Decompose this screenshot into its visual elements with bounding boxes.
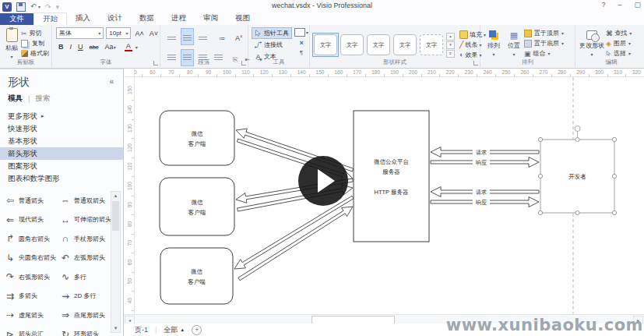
client3-shape[interactable] [160, 248, 233, 304]
shape-item-圆角右箭头[interactable]: ↱圆角右箭头 [0, 233, 55, 244]
shape-style-preview-2[interactable]: 文字 [339, 33, 365, 57]
change-shape-button[interactable]: 更改形状▾ [578, 27, 606, 58]
sidebar-section-图案形状[interactable]: 图案形状 [0, 160, 123, 172]
underline-button[interactable]: U [76, 43, 85, 51]
text-block-tool-button[interactable]: ¶ [300, 49, 303, 56]
sidebar-section-基本形状[interactable]: 基本形状 [0, 135, 123, 147]
minimize-button[interactable]: – [618, 1, 621, 9]
shape-item-尖圆角右箭头[interactable]: ↳尖圆角右箭头 [0, 253, 55, 263]
bold-button[interactable]: B [57, 43, 65, 51]
node-client2[interactable]: 微信客户端 [160, 178, 234, 235]
selection-handle-6[interactable] [575, 210, 579, 214]
layers-button[interactable]: ◈图层▾ [606, 38, 632, 48]
grow-font-button[interactable]: A˄ [133, 30, 145, 37]
shape-item-环形箭头[interactable]: ↻环形箭头 [55, 329, 111, 336]
video-play-button[interactable] [298, 156, 348, 206]
sidebar-section-快速形状[interactable]: 快速形状 [0, 122, 123, 135]
shape-item-可伸缩的箭头[interactable]: ↔可伸缩的箭头 [55, 214, 111, 225]
sidebar-section-图表和数学图形[interactable]: 图表和数学图形 [0, 172, 123, 185]
selection-handle-7[interactable] [612, 210, 616, 214]
shape-item-燕尾形箭头[interactable]: ⇒燕尾形箭头 [55, 309, 111, 320]
node-client3[interactable]: 微信客户端 [160, 248, 233, 304]
cut-button[interactable]: ✂剪切 [21, 28, 49, 38]
selection-handle-1[interactable] [575, 137, 579, 141]
selection-handle-3[interactable] [538, 174, 542, 178]
shape-style-preview-1[interactable]: 文字 [312, 33, 339, 57]
selection-handle-5[interactable] [538, 210, 542, 214]
node-developer[interactable]: 开发者 [538, 126, 616, 215]
panel-tab-模具[interactable]: 模具 [8, 94, 23, 104]
shape-style-preview-3[interactable]: 文字 [365, 33, 392, 57]
drawing-page[interactable]: 微信客户端微信客户端微信客户端微信公众平台服务器HTTP 服务器开发者请求响应请… [124, 69, 644, 314]
sidebar-section-更多形状[interactable]: 更多形状▸ [0, 110, 123, 122]
align-top-button[interactable] [165, 28, 178, 45]
shape-item-多行[interactable]: ∿多行 [55, 271, 111, 282]
shape-item-虚尾箭头[interactable]: ⇢虚尾箭头 [0, 309, 55, 320]
tab-设计[interactable]: 设计 [99, 12, 131, 24]
format-painter-button[interactable]: 格式刷 [21, 48, 49, 58]
tab-file[interactable]: 文件 [0, 13, 33, 25]
help-button[interactable]: ? [601, 1, 605, 9]
client1-shape[interactable] [160, 111, 234, 165]
sidebar-section-箭头形状[interactable]: 箭头形状 [0, 147, 123, 160]
server-shape[interactable] [354, 111, 429, 242]
tab-进程[interactable]: 进程 [163, 12, 195, 24]
node-client1[interactable]: 微信客户端 [160, 111, 234, 165]
bullets-button[interactable]: ≔ [216, 28, 227, 45]
shape-item-现代箭头[interactable]: ⇐现代箭头 [0, 214, 55, 225]
font-dialog-launcher[interactable] [153, 61, 158, 65]
shape-item-右弧形箭头[interactable]: ↷右弧形箭头 [0, 271, 55, 282]
italic-button[interactable]: I [69, 43, 74, 51]
style-gallery-down-icon[interactable]: ▾ [446, 41, 455, 49]
page-tab[interactable]: 页-1 [135, 325, 148, 335]
selection-handle-0[interactable] [538, 137, 542, 141]
send-to-back-button[interactable]: 置于底层▾ [524, 38, 564, 48]
client2-shape[interactable] [160, 178, 234, 235]
group-button[interactable]: ▣组合▾ [524, 48, 564, 58]
tab-视图[interactable]: 视图 [227, 12, 259, 24]
align-middle-button[interactable] [181, 28, 194, 45]
scrollbar-thumb[interactable] [112, 201, 119, 231]
align-button[interactable]: 排列▾ [484, 27, 504, 58]
shape-style-preview-5[interactable]: 文字 [418, 33, 445, 57]
font-family-select[interactable]: 黑体▾ [56, 27, 104, 39]
bring-to-front-button[interactable]: 置于顶层▾ [524, 28, 564, 38]
shape-style-preview-4[interactable]: 文字 [392, 33, 418, 57]
tab-开始[interactable]: 开始 [33, 12, 67, 25]
panel-tab-搜索[interactable]: 搜索 [35, 94, 50, 104]
tab-审阅[interactable]: 审阅 [195, 12, 227, 24]
node-server[interactable]: 微信公众平台服务器HTTP 服务器 [354, 111, 429, 242]
shrink-font-button[interactable]: A˅ [148, 30, 160, 37]
font-color-button[interactable]: A [125, 42, 132, 51]
find-button[interactable]: ⌘查找▾ [606, 28, 632, 38]
paste-button[interactable]: 粘贴▾ [2, 25, 21, 59]
connector-arrow-6[interactable] [238, 207, 353, 281]
align-bottom-button[interactable] [196, 28, 209, 45]
paragraph-dialog-launcher[interactable] [241, 61, 246, 65]
copy-button[interactable]: 复制 [21, 38, 49, 48]
connector-tool-button[interactable]: 连接线 [252, 39, 292, 51]
shape-item-箭头总汇[interactable]: ⊳箭头总汇 [0, 329, 55, 336]
tab-插入[interactable]: 插入 [67, 12, 99, 24]
text-direction-button[interactable]: A° [233, 28, 245, 45]
new-page-button[interactable]: + [192, 325, 202, 335]
all-pages-button[interactable]: 全部▲ [164, 325, 185, 335]
shape-item-左弧形箭头[interactable]: ↶左弧形箭头 [55, 253, 111, 263]
position-button[interactable]: ▦ 位置▾ [504, 27, 524, 58]
shape-item-2D 多行[interactable]: ⇝2D 多行 [55, 291, 111, 302]
shape-styles-dialog-launcher[interactable] [473, 61, 478, 65]
tab-数据[interactable]: 数据 [131, 12, 163, 24]
shape-item-普通箭头[interactable]: ⇦普通箭头 [0, 195, 55, 206]
selection-handle-2[interactable] [612, 137, 616, 141]
select-button[interactable]: 选择▾ [606, 48, 632, 58]
scroll-down-icon[interactable]: ▼ [111, 324, 120, 332]
connection-point-tool-button[interactable]: × [299, 39, 303, 47]
font-size-select[interactable]: 10pt▾ [106, 27, 131, 39]
style-gallery-up-icon[interactable]: ▴ [446, 33, 455, 41]
style-gallery-more-icon[interactable]: ≡ [446, 50, 455, 58]
shape-item-普通双箭头[interactable]: ⇔普通双箭头 [55, 195, 111, 206]
selection-handle-4[interactable] [612, 174, 616, 178]
shapes-scrollbar[interactable]: ▲ ▼ [111, 191, 121, 333]
scroll-up-icon[interactable]: ▲ [111, 192, 120, 200]
restore-button[interactable]: ▢ [634, 1, 641, 9]
